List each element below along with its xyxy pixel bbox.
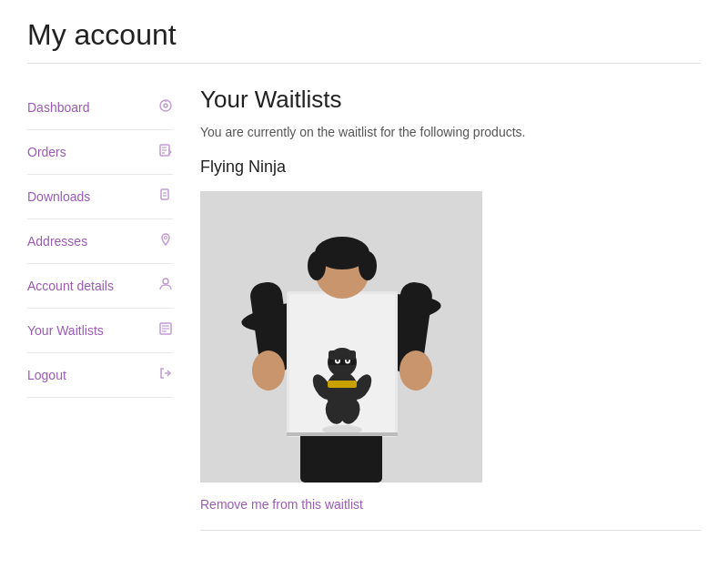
sidebar-item-logout-label: Logout bbox=[27, 368, 151, 382]
dashboard-icon bbox=[158, 98, 173, 117]
addresses-icon bbox=[158, 232, 173, 250]
svg-rect-7 bbox=[161, 189, 168, 199]
section-description: You are currently on the waitlist for th… bbox=[200, 125, 701, 139]
sidebar-item-your-waitlists[interactable]: Your Waitlists bbox=[27, 309, 173, 353]
svg-point-11 bbox=[163, 279, 168, 284]
sidebar-item-addresses[interactable]: Addresses bbox=[27, 219, 173, 264]
waitlists-icon bbox=[158, 321, 173, 340]
svg-rect-39 bbox=[300, 432, 382, 482]
product-title: Flying Ninja bbox=[200, 157, 701, 177]
page-title: My account bbox=[27, 18, 701, 64]
sidebar-item-logout[interactable]: Logout bbox=[27, 353, 173, 398]
orders-icon bbox=[158, 143, 173, 161]
sidebar-item-orders-label: Orders bbox=[27, 145, 151, 159]
sidebar-item-account-details-label: Account details bbox=[27, 279, 151, 293]
svg-rect-32 bbox=[329, 350, 356, 360]
sidebar-item-orders[interactable]: Orders bbox=[27, 130, 173, 175]
sidebar-item-account-details[interactable]: Account details bbox=[27, 264, 173, 309]
logout-icon bbox=[158, 366, 173, 384]
sidebar-item-downloads[interactable]: Downloads bbox=[27, 175, 173, 219]
svg-point-10 bbox=[165, 237, 167, 239]
sidebar-item-your-waitlists-label: Your Waitlists bbox=[27, 323, 151, 338]
content-area: Dashboard Orders bbox=[27, 86, 701, 531]
main-content: Your Waitlists You are currently on the … bbox=[200, 86, 701, 531]
svg-point-1 bbox=[164, 104, 167, 107]
sidebar-item-dashboard-label: Dashboard bbox=[27, 100, 151, 115]
svg-point-43 bbox=[359, 251, 377, 280]
downloads-icon bbox=[158, 188, 173, 206]
product-image bbox=[200, 191, 482, 482]
sidebar-item-downloads-label: Downloads bbox=[27, 189, 151, 204]
sidebar: Dashboard Orders bbox=[27, 86, 173, 531]
svg-rect-44 bbox=[287, 432, 398, 436]
section-title: Your Waitlists bbox=[200, 86, 701, 114]
svg-rect-37 bbox=[328, 381, 357, 388]
svg-point-42 bbox=[308, 251, 326, 280]
sidebar-item-addresses-label: Addresses bbox=[27, 234, 151, 249]
svg-point-22 bbox=[399, 350, 432, 391]
product-illustration bbox=[200, 191, 482, 482]
sidebar-item-dashboard[interactable]: Dashboard bbox=[27, 86, 173, 130]
account-details-icon bbox=[158, 277, 173, 295]
bottom-divider bbox=[200, 530, 701, 531]
remove-waitlist-link[interactable]: Remove me from this waitlist bbox=[200, 497, 701, 512]
page-wrapper: My account Dashboard Orders bbox=[0, 0, 728, 549]
svg-point-21 bbox=[252, 350, 285, 391]
